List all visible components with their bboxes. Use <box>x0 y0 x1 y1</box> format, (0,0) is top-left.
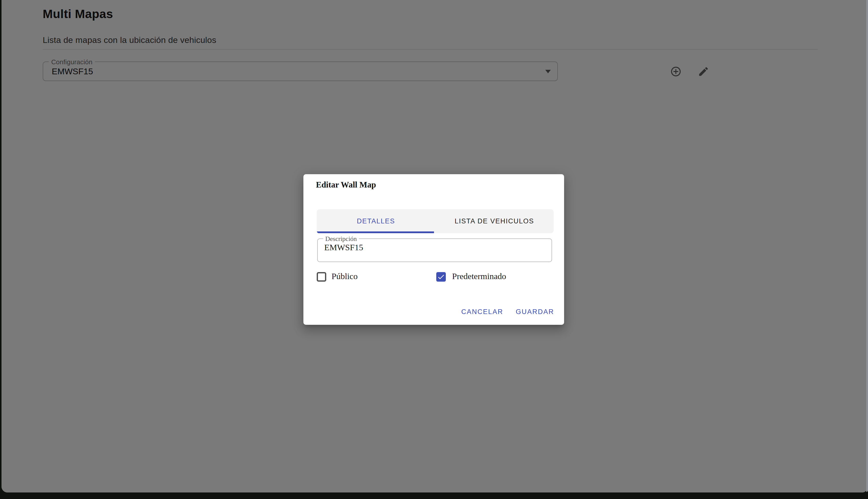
dialog-tabbar: DETALLES LISTA DE VEHICULOS <box>317 209 554 233</box>
publico-checkbox-label: Público <box>331 271 358 281</box>
dialog-title: Editar Wall Map <box>316 180 376 190</box>
active-tab-indicator <box>317 231 434 233</box>
tab-detalles[interactable]: DETALLES <box>317 209 435 233</box>
tab-lista-de-vehiculos[interactable]: LISTA DE VEHICULOS <box>435 209 554 233</box>
dialog-checkbox-row: Público Predeterminado <box>303 272 564 282</box>
page-scrollbar[interactable] <box>866 0 868 492</box>
description-field-label: Descripción <box>323 235 359 243</box>
predeterminado-checkbox[interactable] <box>436 272 446 282</box>
dialog-actions: CANCELAR GUARDAR <box>457 304 558 319</box>
checkmark-icon <box>437 273 445 281</box>
save-button[interactable]: GUARDAR <box>511 304 558 319</box>
description-field: Descripción <box>317 239 552 262</box>
predeterminado-checkbox-label: Predeterminado <box>452 271 506 281</box>
description-input[interactable] <box>324 242 545 253</box>
edit-wall-map-dialog: Editar Wall Map DETALLES LISTA DE VEHICU… <box>303 174 564 325</box>
publico-checkbox[interactable] <box>317 272 326 282</box>
cancel-button[interactable]: CANCELAR <box>457 304 508 319</box>
